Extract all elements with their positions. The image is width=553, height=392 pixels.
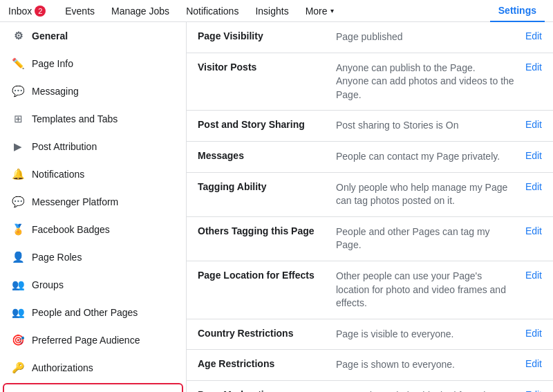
settings-row-name: Tagging Ability (198, 181, 336, 192)
settings-row: MessagesPeople can contact my Page priva… (187, 142, 553, 173)
settings-edit-button[interactable]: Edit (514, 328, 542, 339)
settings-row-name: Post and Story Sharing (198, 119, 336, 130)
settings-row-name: Page Location for Effects (198, 270, 336, 281)
sidebar-item-general[interactable]: ⚙General (0, 22, 186, 50)
sidebar-label-groups: Groups (32, 279, 64, 290)
more-nav-item[interactable]: More ▾ (297, 0, 342, 22)
settings-row-desc: People and other Pages can tag my Page. (336, 225, 514, 252)
main-layout: ⚙General✏️Page Info💬Messaging⊞Templates … (0, 22, 553, 392)
settings-row-name: Age Restrictions (198, 358, 336, 369)
settings-row-name: Page Moderation (198, 389, 336, 392)
more-chevron-icon: ▾ (330, 7, 334, 15)
templates-tabs-icon: ⊞ (11, 112, 25, 126)
settings-row-desc: Post sharing to Stories is On (336, 119, 514, 133)
messenger-platform-icon: 💬 (11, 195, 25, 209)
sidebar-label-people-other-pages: People and Other Pages (32, 307, 138, 318)
settings-row-desc: Other people can use your Page's locatio… (336, 270, 514, 310)
settings-row: Country RestrictionsPage is visible to e… (187, 319, 553, 351)
sidebar: ⚙General✏️Page Info💬Messaging⊞Templates … (0, 22, 187, 392)
insights-nav-item[interactable]: Insights (247, 0, 297, 22)
sidebar-label-messaging: Messaging (32, 86, 79, 97)
settings-edit-button[interactable]: Edit (514, 181, 542, 192)
page-roles-icon: 👤 (11, 250, 25, 264)
sidebar-item-templates-tabs[interactable]: ⊞Templates and Tabs (0, 105, 186, 133)
sidebar-item-page-info[interactable]: ✏️Page Info (0, 50, 186, 77)
top-navigation: Inbox 2 Events Manage Jobs Notifications… (0, 0, 553, 22)
inbox-badge: 2 (35, 6, 46, 17)
events-nav-item[interactable]: Events (57, 0, 103, 22)
sidebar-item-preferred-page-audience[interactable]: 🎯Preferred Page Audience (0, 326, 186, 354)
general-icon: ⚙ (11, 29, 25, 43)
settings-row-name: Others Tagging this Page (198, 225, 336, 236)
post-attribution-icon: ▶ (11, 140, 25, 153)
sidebar-label-general: General (32, 30, 68, 41)
settings-row-desc: No words are being blocked from the Page… (336, 389, 514, 392)
settings-row: Page VisibilityPage publishedEdit (187, 22, 553, 53)
settings-row: Age RestrictionsPage is shown to everyon… (187, 350, 553, 381)
settings-edit-button[interactable]: Edit (514, 389, 542, 392)
settings-row-desc: Page is shown to everyone. (336, 358, 514, 372)
inbox-label: Inbox (8, 6, 32, 17)
settings-content: Page VisibilityPage publishedEditVisitor… (187, 22, 553, 392)
people-other-pages-icon: 👥 (11, 306, 25, 319)
sidebar-item-messenger-platform[interactable]: 💬Messenger Platform (0, 188, 186, 216)
page-info-icon: ✏️ (11, 57, 25, 71)
notifications-label: Notifications (186, 6, 238, 17)
manage-jobs-nav-item[interactable]: Manage Jobs (103, 0, 178, 22)
sidebar-item-facebook-badges[interactable]: 🏅Facebook Badges (0, 216, 186, 243)
settings-row: Tagging AbilityOnly people who help mana… (187, 173, 553, 217)
settings-row-desc: People can contact my Page privately. (336, 150, 514, 164)
messaging-icon: 💬 (11, 84, 25, 98)
sidebar-item-groups[interactable]: 👥Groups (0, 271, 186, 299)
sidebar-label-preferred-page-audience: Preferred Page Audience (32, 335, 140, 346)
groups-icon: 👥 (11, 278, 25, 292)
sidebar-item-people-other-pages[interactable]: 👥People and Other Pages (0, 299, 186, 326)
more-label: More (306, 6, 328, 17)
settings-row-name: Visitor Posts (198, 62, 336, 73)
settings-edit-button[interactable]: Edit (514, 119, 542, 130)
settings-row-desc: Anyone can publish to the Page. Anyone c… (336, 62, 514, 102)
events-label: Events (65, 6, 95, 17)
sidebar-item-page-roles[interactable]: 👤Page Roles (0, 243, 186, 271)
facebook-badges-icon: 🏅 (11, 223, 25, 236)
settings-row-name: Page Visibility (198, 30, 336, 41)
notifications-icon: 🔔 (11, 167, 25, 181)
settings-edit-button[interactable]: Edit (514, 150, 542, 161)
sidebar-label-messenger-platform: Messenger Platform (32, 196, 118, 207)
settings-row: Post and Story SharingPost sharing to St… (187, 111, 553, 142)
settings-nav-item[interactable]: Settings (490, 0, 545, 22)
sidebar-label-page-info: Page Info (32, 58, 73, 69)
sidebar-item-post-attribution[interactable]: ▶Post Attribution (0, 133, 186, 160)
settings-edit-button[interactable]: Edit (514, 225, 542, 236)
settings-row: Visitor PostsAnyone can publish to the P… (187, 53, 553, 111)
settings-edit-button[interactable]: Edit (514, 358, 542, 369)
settings-row-name: Country Restrictions (198, 328, 336, 339)
settings-row-name: Messages (198, 150, 336, 161)
settings-edit-button[interactable]: Edit (514, 62, 542, 73)
sidebar-label-notifications: Notifications (32, 169, 84, 180)
inbox-nav-item[interactable]: Inbox 2 (8, 6, 46, 17)
manage-jobs-label: Manage Jobs (111, 6, 169, 17)
sidebar-label-post-attribution: Post Attribution (32, 141, 97, 152)
notifications-nav-item[interactable]: Notifications (178, 0, 247, 22)
authorizations-icon: 🔑 (11, 361, 25, 375)
settings-row-desc: Page is visible to everyone. (336, 328, 514, 342)
settings-row: Page ModerationNo words are being blocke… (187, 381, 553, 392)
settings-row: Page Location for EffectsOther people ca… (187, 261, 553, 319)
preferred-page-audience-icon: 🎯 (11, 333, 25, 347)
sidebar-item-messaging[interactable]: 💬Messaging (0, 77, 186, 105)
sidebar-label-templates-tabs: Templates and Tabs (32, 113, 118, 124)
settings-edit-button[interactable]: Edit (514, 30, 542, 41)
settings-row-desc: Page published (336, 30, 514, 44)
sidebar-label-facebook-badges: Facebook Badges (32, 224, 110, 235)
sidebar-label-authorizations: Authorizations (32, 362, 93, 373)
sidebar-label-page-roles: Page Roles (32, 252, 82, 263)
settings-label: Settings (498, 5, 536, 16)
insights-label: Insights (255, 6, 288, 17)
sidebar-item-notifications[interactable]: 🔔Notifications (0, 160, 186, 188)
settings-row: Others Tagging this PagePeople and other… (187, 217, 553, 261)
settings-edit-button[interactable]: Edit (514, 270, 542, 281)
sidebar-item-authorizations[interactable]: 🔑Authorizations (0, 354, 186, 382)
sidebar-item-branded-content[interactable]: ♻Branded Content→ (3, 383, 183, 392)
settings-row-desc: Only people who help manage my Page can … (336, 181, 514, 208)
